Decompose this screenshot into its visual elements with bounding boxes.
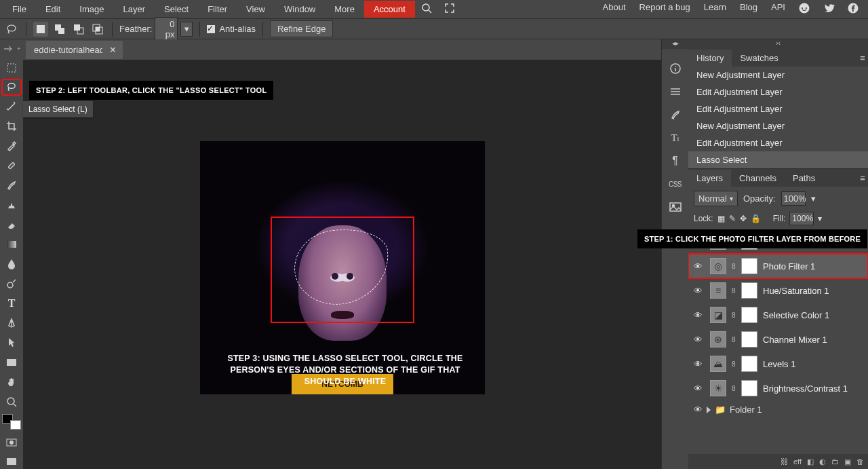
- tool-magic-wand[interactable]: [3, 100, 20, 114]
- menu-window[interactable]: Window: [275, 1, 325, 18]
- file-tab[interactable]: eddie-tutorialheader ✕: [26, 41, 123, 59]
- menu-file[interactable]: File: [3, 1, 36, 18]
- layer-mask-thumb[interactable]: [741, 356, 757, 372]
- layer-mask-thumb[interactable]: [741, 307, 757, 323]
- tool-eyedropper[interactable]: [3, 139, 20, 153]
- tab-channels[interactable]: Channels: [731, 170, 785, 187]
- layer-row[interactable]: 👁☀8Brightness/Contrast 1: [688, 376, 868, 400]
- mask-link-icon[interactable]: 8: [732, 385, 736, 392]
- layer-mask-thumb[interactable]: [741, 380, 757, 396]
- tool-crop[interactable]: [3, 119, 20, 134]
- menu-about[interactable]: About: [596, 0, 633, 20]
- layer-row[interactable]: 👁⊛8Channel Mixer 1: [688, 327, 868, 352]
- menu-filter[interactable]: Filter: [198, 1, 237, 18]
- tool-type[interactable]: T: [3, 296, 20, 310]
- layer-row[interactable]: 👁⛰8Levels 1: [688, 352, 868, 376]
- feather-dropdown[interactable]: ▾: [180, 22, 193, 37]
- twitter-icon[interactable]: [816, 0, 841, 20]
- menu-image[interactable]: Image: [70, 1, 113, 18]
- tool-hand[interactable]: [3, 375, 20, 389]
- color-swatches[interactable]: [2, 414, 21, 430]
- layer-mask-thumb[interactable]: [741, 331, 757, 348]
- feather-input[interactable]: 0 px: [155, 17, 178, 41]
- tool-screenmode[interactable]: [3, 455, 20, 469]
- tool-marquee[interactable]: [3, 60, 20, 75]
- delete-layer-icon[interactable]: 🗑: [856, 457, 864, 466]
- visibility-toggle-icon[interactable]: 👁: [694, 359, 705, 369]
- layer-thumb[interactable]: ☀: [710, 380, 726, 396]
- visibility-toggle-icon[interactable]: 👁: [694, 310, 705, 320]
- tab-swatches[interactable]: Swatches: [732, 50, 786, 67]
- character-panel-icon[interactable]: Tt: [668, 130, 683, 145]
- menu-account[interactable]: Account: [364, 1, 415, 18]
- menu-more[interactable]: More: [325, 1, 364, 18]
- tab-history[interactable]: History: [688, 50, 732, 67]
- menu-layer[interactable]: Layer: [114, 1, 155, 18]
- layer-thumb[interactable]: ◪: [710, 307, 726, 323]
- history-panel-menu-icon[interactable]: ≡: [857, 53, 868, 63]
- lock-position-icon[interactable]: ✥: [740, 214, 747, 223]
- lock-transparency-icon[interactable]: ▦: [717, 214, 725, 223]
- layer-thumb[interactable]: ⊛: [710, 331, 726, 348]
- menu-edit[interactable]: Edit: [36, 1, 70, 18]
- menu-blog[interactable]: Blog: [733, 0, 764, 20]
- tool-brush[interactable]: [3, 179, 20, 193]
- visibility-toggle-icon[interactable]: 👁: [694, 261, 705, 271]
- mask-link-icon[interactable]: 8: [732, 287, 736, 295]
- tab-paths[interactable]: Paths: [785, 170, 823, 187]
- css-panel-icon[interactable]: CSS: [668, 176, 683, 191]
- history-item[interactable]: New Adjustment Layer: [688, 117, 868, 134]
- layer-mask-thumb[interactable]: [741, 282, 757, 299]
- selection-subtract-icon[interactable]: [71, 22, 86, 37]
- mini-collapse-handle[interactable]: ◂▸: [662, 39, 688, 49]
- tool-healing[interactable]: [3, 159, 20, 173]
- new-layer-icon[interactable]: ▣: [844, 457, 851, 466]
- layer-mask-icon[interactable]: ◧: [807, 457, 814, 466]
- layer-row[interactable]: 👁◎8Photo Filter 1: [688, 254, 868, 278]
- lock-all-icon[interactable]: 🔒: [751, 214, 761, 223]
- layer-row[interactable]: 👁◪8Selective Color 1: [688, 303, 868, 327]
- tool-shape[interactable]: [3, 355, 20, 369]
- visibility-toggle-icon[interactable]: 👁: [694, 383, 705, 394]
- menu-view[interactable]: View: [237, 1, 275, 18]
- layer-thumb[interactable]: ⛰: [710, 356, 726, 372]
- history-item[interactable]: New Adjustment Layer: [688, 67, 868, 83]
- history-item[interactable]: Edit Adjustment Layer: [688, 134, 868, 151]
- close-tab-icon[interactable]: ✕: [109, 45, 116, 55]
- mask-link-icon[interactable]: 8: [732, 336, 736, 343]
- menu-learn[interactable]: Learn: [697, 0, 733, 20]
- panel-collapse-handle[interactable]: ›‹: [688, 39, 868, 49]
- mask-link-icon[interactable]: 8: [732, 360, 736, 368]
- link-layers-icon[interactable]: ⛓: [781, 457, 788, 466]
- selection-add-icon[interactable]: [52, 22, 67, 37]
- layer-folder[interactable]: 👁 📁 Folder 1: [688, 400, 868, 419]
- brush-panel-icon[interactable]: [668, 107, 683, 122]
- align-panel-icon[interactable]: [668, 84, 683, 99]
- paragraph-panel-icon[interactable]: ¶: [668, 153, 683, 168]
- menu-report-bug[interactable]: Report a bug: [633, 0, 697, 20]
- fill-input[interactable]: 100%: [789, 212, 814, 225]
- tool-blur[interactable]: [3, 257, 20, 271]
- fill-dropdown-icon[interactable]: ▾: [818, 214, 822, 223]
- mask-link-icon[interactable]: 8: [732, 312, 736, 319]
- antialias-checkbox[interactable]: [207, 25, 215, 33]
- tool-move-row[interactable]: +: [1, 42, 22, 55]
- refine-edge-button[interactable]: Refine Edge: [270, 20, 334, 37]
- tool-lasso[interactable]: [3, 80, 20, 94]
- image-panel-icon[interactable]: [668, 200, 683, 214]
- tool-clone[interactable]: [3, 198, 20, 212]
- layer-thumb[interactable]: ◎: [710, 258, 726, 274]
- info-icon[interactable]: [668, 61, 683, 76]
- reddit-icon[interactable]: [792, 0, 816, 20]
- visibility-toggle-icon[interactable]: 👁: [694, 335, 705, 345]
- layers-panel-menu-icon[interactable]: ≡: [857, 173, 868, 183]
- lock-pixels-icon[interactable]: ✎: [729, 214, 736, 223]
- search-icon[interactable]: [415, 0, 438, 19]
- tool-path-select[interactable]: [3, 335, 20, 350]
- visibility-toggle-icon[interactable]: 👁: [694, 405, 703, 415]
- new-folder-icon[interactable]: 🗀: [831, 457, 839, 466]
- tab-layers[interactable]: Layers: [688, 170, 731, 187]
- history-item[interactable]: Edit Adjustment Layer: [688, 100, 868, 117]
- history-item[interactable]: Lasso Select: [688, 151, 868, 168]
- tool-zoom[interactable]: [3, 394, 20, 409]
